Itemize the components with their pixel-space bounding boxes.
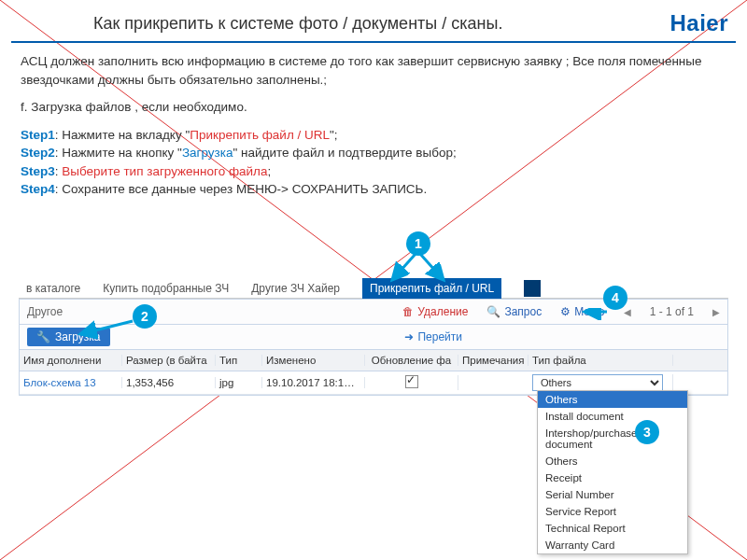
- dd-option[interactable]: Service Report: [538, 503, 687, 520]
- app-screenshot: в каталоге Купить подобранные ЗЧ Другие …: [19, 278, 728, 521]
- arrow-to-menu: [579, 308, 616, 330]
- query-button[interactable]: 🔍 Запрос: [486, 305, 542, 318]
- step1-label: Step1: [21, 128, 55, 142]
- divider: [11, 41, 736, 43]
- cell-update: [365, 375, 458, 390]
- col-type: Тип: [216, 355, 262, 366]
- tab-item[interactable]: в каталоге: [26, 282, 80, 295]
- cell-size: 1,353,456: [122, 377, 216, 388]
- cell-filetype: Others: [529, 374, 673, 391]
- dd-option[interactable]: Receipt: [538, 469, 687, 486]
- goto-button[interactable]: ➜ Перейти: [404, 330, 462, 343]
- arrow-to-upload: [73, 317, 138, 340]
- brand-logo: Haier: [669, 10, 728, 36]
- callout-badge-4: 4: [603, 286, 627, 310]
- filetype-select[interactable]: Others: [532, 374, 663, 391]
- col-upd: Обновление фа: [365, 355, 458, 366]
- intro-text: АСЦ должен заполнить всю информацию в си…: [21, 52, 726, 208]
- dd-option[interactable]: Technical Report: [538, 520, 687, 537]
- tab-dropdown-icon[interactable]: [524, 280, 541, 297]
- intro-p1: АСЦ должен заполнить всю информацию в си…: [21, 52, 726, 89]
- step4-label: Step4: [21, 182, 55, 196]
- tab-item[interactable]: Купить подобранные ЗЧ: [103, 282, 229, 295]
- intro-p2: f. Загрузка файлов , если необходимо.: [21, 98, 726, 117]
- callout-badge-2: 2: [133, 304, 157, 329]
- paging-text: 1 - 1 of 1: [650, 305, 694, 318]
- cell-modified: 19.10.2017 18:1…: [262, 377, 365, 388]
- callout-badge-3: 3: [635, 420, 659, 444]
- dd-option[interactable]: Others: [538, 391, 687, 408]
- panel-label: Другое: [27, 305, 92, 318]
- arrow-to-tab-r: [411, 252, 458, 286]
- grid-header: Имя дополнени Размер (в байта Тип Измене…: [20, 350, 727, 371]
- update-checkbox[interactable]: [405, 375, 418, 388]
- arrow-right-icon: ➜: [404, 330, 414, 343]
- col-mod: Изменено: [262, 355, 365, 366]
- cell-filename[interactable]: Блок-схема 13: [20, 377, 122, 388]
- cell-type: jpg: [216, 377, 262, 388]
- chevron-right-icon[interactable]: ▶: [712, 307, 720, 317]
- dd-option[interactable]: Intershop/purchase document: [538, 425, 687, 453]
- gear-icon: ⚙: [560, 305, 571, 318]
- dd-option[interactable]: Serial Number: [538, 486, 687, 503]
- dd-option[interactable]: Others: [538, 453, 687, 469]
- wrench-icon: 🔧: [36, 330, 50, 343]
- step2-label: Step2: [21, 146, 55, 160]
- chevron-left-icon[interactable]: ◀: [624, 307, 631, 317]
- filetype-dropdown[interactable]: Others Install document Intershop/purcha…: [537, 390, 688, 554]
- step3-label: Step3: [21, 164, 55, 178]
- trash-icon: 🗑: [402, 305, 414, 318]
- col-ft: Тип файла: [529, 355, 673, 366]
- dd-option[interactable]: Install document: [538, 408, 687, 425]
- dd-option[interactable]: Warranty Card: [538, 537, 687, 553]
- col-note: Примечания: [458, 355, 529, 366]
- tab-item[interactable]: Другие ЗЧ Хайер: [251, 282, 340, 295]
- delete-button[interactable]: 🗑 Удаление: [402, 305, 468, 318]
- slide: Как прикрепить к системе фото / документ…: [0, 0, 747, 560]
- attachments-panel: Другое 🗑 Удаление 🔍 Запрос ⚙ Меню ◀ 1 - …: [19, 299, 728, 396]
- page-title: Как прикрепить к системе фото / документ…: [93, 14, 502, 34]
- svg-line-4: [80, 321, 133, 334]
- search-icon: 🔍: [486, 305, 500, 318]
- title-row: Как прикрепить к системе фото / документ…: [0, 7, 747, 39]
- svg-line-3: [420, 254, 444, 280]
- callout-badge-1: 1: [406, 231, 430, 256]
- col-size: Размер (в байта: [122, 355, 216, 366]
- col-name: Имя дополнени: [20, 355, 122, 366]
